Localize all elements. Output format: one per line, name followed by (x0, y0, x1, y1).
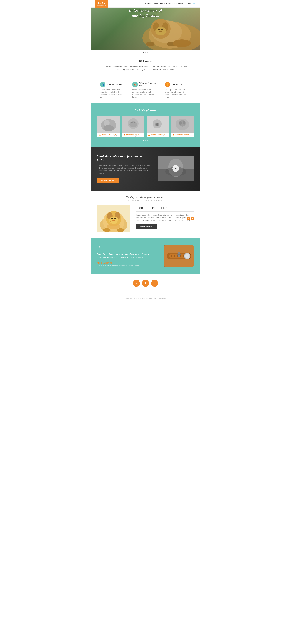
gallery-section: Jackie's pictures 🔥 HENDRERIT MAURIS Aen… (91, 103, 200, 146)
gallery-title: Jackie's pictures (97, 108, 194, 112)
feature-1-title: Children's friend (107, 83, 123, 86)
nav-sep-4: / (185, 2, 186, 5)
hero-content: In loving memory of our dog Jackie... (91, 8, 200, 50)
svg-point-19 (129, 121, 137, 128)
facebook-button[interactable]: f (142, 280, 149, 287)
search-button[interactable]: 🔍 (193, 2, 196, 5)
hero-dots (91, 50, 200, 55)
logo-title: Jackie (97, 2, 105, 5)
gallery-dot-2[interactable] (145, 140, 146, 141)
feature-3-text: Lorem ipsum dolor sit amet, consectetur … (165, 88, 191, 98)
nav-sep-3: / (174, 2, 175, 5)
svg-rect-55 (171, 255, 172, 257)
pet-title: OUR BELOVED PET (136, 206, 194, 210)
read-btn-label: Read memories (139, 226, 152, 228)
testimonial-author-sub: Cum sociis natoaque penatibus et magnis … (97, 265, 158, 266)
gallery-dots (97, 138, 194, 141)
memories-heading: Nothing can take away our memories... (97, 196, 194, 199)
hero-section: In loving memory of our dog Jackie... (91, 8, 200, 50)
gallery-thumb-2 (122, 116, 144, 133)
nav-blog[interactable]: Blog (187, 2, 192, 5)
feature-1: 🐾 Children's friend Lorem ipsum dolor si… (97, 82, 129, 98)
scroll-down-button[interactable]: ▼ (191, 217, 194, 220)
gallery-thumb-1 (97, 116, 120, 133)
svg-point-30 (183, 121, 185, 124)
feature-2-icon: 🍖 (132, 82, 138, 87)
testimonial-quote: Lorem ipsum dolor sit amet, consecr adip… (97, 253, 158, 260)
testimonial-author: MIKE & BETTY (97, 262, 158, 264)
gallery-caption-1: 🔥 HENDRERIT MAURIS Aenean nonummy hendre… (97, 133, 120, 138)
logo: Jackie a loving memory of (95, 0, 108, 8)
read-memories-button[interactable]: Read memories » (136, 224, 157, 229)
dog-photo-image (97, 205, 130, 232)
nav-contacts[interactable]: Contacts (175, 2, 185, 5)
nav-home[interactable]: Home (144, 2, 151, 5)
quote-mark: " (97, 246, 158, 251)
svg-point-20 (131, 122, 133, 124)
hero-line1: In loving memory of (91, 8, 200, 13)
footer-privacy-link[interactable]: Privacy policy (149, 298, 157, 299)
svg-point-15 (103, 120, 110, 126)
nav-gallery[interactable]: Gallery (165, 2, 173, 5)
feature-3-title: Her Awards (172, 83, 183, 86)
memories-subtext: Lorem ipsum dolor sit amet, consectetuer… (97, 200, 194, 202)
hero-line2: our dog Jackie... (91, 13, 200, 18)
google-plus-button[interactable]: g+ (151, 280, 158, 287)
feature-2-text: Lorem ipsum dolor sit amet, consectetur … (132, 88, 159, 98)
svg-rect-58 (180, 255, 181, 257)
gallery-caption-text-2: HENDRERIT MAURIS Aenean nonummy hendreri… (126, 134, 141, 136)
memories-section: Nothing can take away our memories... Lo… (91, 190, 200, 238)
gallery-item-1-sub: Aenean nonummy hendrerit (102, 135, 117, 136)
gallery-item-3[interactable]: 🔥 HENDRERIT MAURIS Aenean nonummy hendre… (147, 116, 169, 138)
hero-dot-1[interactable] (143, 52, 144, 53)
gallery-dot-3[interactable] (147, 140, 148, 141)
feature-1-header: 🐾 Children's friend (100, 82, 126, 87)
gallery-item-2-title: HENDRERIT MAURIS (126, 134, 141, 135)
logo-subtitle: a loving memory of (97, 5, 106, 6)
svg-point-47 (117, 228, 124, 232)
footer-copyright: JACKIE, IN LOVING MEMORY © 2014 (125, 298, 149, 299)
svg-point-52 (185, 254, 189, 258)
gallery-grid: 🔥 HENDRERIT MAURIS Aenean nonummy hendre… (97, 116, 194, 138)
svg-point-46 (103, 228, 111, 232)
nav-memories[interactable]: Memories (153, 2, 164, 5)
underline-divider (136, 211, 194, 212)
feature-3-header: 🏆 Her Awards (165, 82, 191, 87)
svg-point-43 (114, 218, 116, 219)
svg-rect-59 (183, 255, 184, 257)
gallery-item-2-sub: Aenean nonummy hendrerit (126, 135, 141, 136)
gallery-item-4[interactable]: 🔥 HENDRERIT MAURIS Aenean nonummy hendre… (171, 116, 194, 138)
testimonial-section: " Lorem ipsum dolor sit amet, consecr ad… (91, 238, 200, 274)
hero-dot-2[interactable] (145, 52, 146, 53)
read-btn-arrow: » (154, 226, 155, 228)
social-section: 𝕏 f g+ (91, 274, 200, 295)
gallery-caption-3: 🔥 HENDRERIT MAURIS Aenean nonummy hendre… (147, 133, 169, 138)
features-section: 🐾 Children's friend Lorem ipsum dolor si… (91, 79, 200, 103)
gallery-item-1[interactable]: 🔥 HENDRERIT MAURIS Aenean nonummy hendre… (97, 116, 120, 138)
scroll-buttons: ▲ ▼ (187, 217, 194, 220)
svg-point-21 (134, 122, 135, 124)
hero-dot-3[interactable] (147, 52, 148, 53)
gallery-item-1-title: HENDRERIT MAURIS (102, 134, 117, 135)
gallery-item-2[interactable]: 🔥 HENDRERIT MAURIS Aenean nonummy hendre… (122, 116, 144, 138)
play-button[interactable]: ▶ (173, 165, 179, 172)
svg-point-25 (156, 123, 158, 126)
gallery-caption-icon-1: 🔥 (99, 134, 101, 136)
video-btn-label: See more videos (100, 179, 114, 182)
collar-svg (164, 246, 194, 267)
welcome-section: Welcome! I made this website to honor he… (91, 55, 200, 76)
video-btn-arrow: » (115, 179, 116, 182)
gallery-dot-1[interactable] (143, 140, 144, 141)
twitter-button[interactable]: 𝕏 (133, 280, 140, 287)
svg-point-42 (111, 218, 113, 219)
gallery-caption-icon-3: 🔥 (148, 134, 150, 136)
memories-text-block: OUR BELOVED PET Lorem ipsum dolor sit am… (136, 205, 194, 229)
video-text: Vestibulum ante imis in faucibus orci lu… (97, 154, 152, 183)
gallery-item-3-sub: Aenean nonummy hendrerit (151, 135, 166, 136)
scroll-up-button[interactable]: ▲ (187, 217, 190, 220)
gallery-caption-icon-4: 🔥 (172, 134, 175, 136)
footer-terms-link[interactable]: Terms of use (158, 298, 166, 299)
see-more-videos-button[interactable]: See more videos » (97, 178, 119, 183)
nav-sep-1: / (152, 2, 153, 5)
video-thumbnail[interactable]: ▶ (158, 156, 194, 181)
